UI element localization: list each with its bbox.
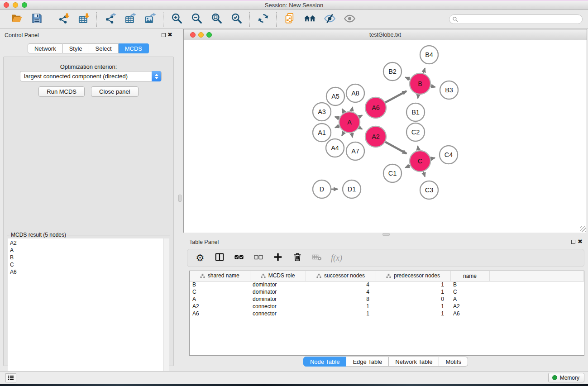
- float-panel-icon[interactable]: [162, 33, 166, 37]
- resize-grip-icon[interactable]: [580, 226, 586, 232]
- import-network-button[interactable]: [56, 12, 71, 27]
- tab-network-table[interactable]: Network Table: [389, 357, 439, 367]
- vertical-splitter-handle[interactable]: [178, 195, 182, 202]
- table-row[interactable]: A6connector11A6: [190, 310, 584, 317]
- node-D[interactable]: D: [313, 180, 331, 198]
- home-button[interactable]: [302, 12, 317, 27]
- zoom-in-button[interactable]: [169, 12, 184, 27]
- zoom-selected-button[interactable]: [229, 12, 244, 27]
- node-C[interactable]: C: [410, 151, 430, 172]
- node-C2[interactable]: C2: [406, 123, 425, 141]
- edge-A-A2[interactable]: [359, 128, 362, 129]
- mcds-result-item[interactable]: C: [10, 261, 163, 268]
- run-mcds-button[interactable]: Run MCDS: [38, 86, 85, 97]
- column-header-MCDS-role[interactable]: MCDS role: [250, 271, 306, 281]
- node-A2[interactable]: A2: [365, 126, 386, 147]
- edge-B-B1[interactable]: [418, 95, 418, 99]
- edge-B-B2[interactable]: [405, 77, 410, 80]
- node-A8[interactable]: A8: [346, 84, 364, 102]
- tab-motifs[interactable]: Motifs: [439, 357, 468, 367]
- node-C4[interactable]: C4: [440, 146, 458, 164]
- show-columns-button[interactable]: [213, 252, 226, 264]
- edge-C-C2[interactable]: [418, 146, 419, 151]
- deselect-all-button[interactable]: [252, 252, 265, 264]
- tab-network[interactable]: Network: [28, 43, 63, 53]
- node-A1[interactable]: A1: [313, 124, 331, 142]
- task-history-button[interactable]: [5, 373, 16, 382]
- float-table-panel-icon[interactable]: [571, 240, 575, 244]
- edge-A-A8[interactable]: [352, 107, 353, 111]
- column-header-name[interactable]: name: [450, 271, 489, 281]
- table-mode-button[interactable]: ⚙: [194, 252, 206, 264]
- node-A4[interactable]: A4: [326, 139, 344, 157]
- search-input[interactable]: [449, 14, 583, 24]
- close-table-panel-icon[interactable]: ✖: [578, 238, 583, 245]
- criterion-dropdown[interactable]: largest connected component (directed): [20, 71, 162, 81]
- mcds-result-list[interactable]: A2ABCA6: [8, 238, 163, 386]
- mcds-result-item[interactable]: A6: [10, 268, 163, 276]
- export-image-button[interactable]: [143, 12, 157, 27]
- edge-C-C4[interactable]: [430, 158, 435, 159]
- import-network-icon: [57, 12, 70, 26]
- mcds-result-scrollbar[interactable]: [163, 238, 169, 386]
- node-B3[interactable]: B3: [440, 81, 458, 99]
- export-table-button[interactable]: [123, 12, 137, 27]
- node-A[interactable]: A: [339, 112, 360, 133]
- node-A7[interactable]: A7: [346, 142, 364, 160]
- edge-A-A6[interactable]: [359, 115, 362, 117]
- edge-B-B4[interactable]: [423, 68, 425, 74]
- network-canvas[interactable]: B4B2BB3A8A5A6A3B1AA1C2A2A4A7C4CC1DD1C3: [184, 40, 587, 233]
- mcds-result-item[interactable]: A: [10, 247, 163, 254]
- close-panel-button[interactable]: Close panel: [91, 86, 139, 97]
- edge-A-A3[interactable]: [335, 117, 339, 119]
- edge-A2-C[interactable]: [385, 142, 406, 154]
- tab-mcds[interactable]: MCDS: [119, 43, 149, 53]
- column-header-successor-nodes[interactable]: successor nodes: [306, 271, 376, 281]
- node-C1[interactable]: C1: [383, 164, 402, 182]
- column-header-predecessor-nodes[interactable]: predecessor nodes: [376, 271, 450, 281]
- node-B4[interactable]: B4: [420, 46, 438, 64]
- node-B1[interactable]: B1: [406, 103, 425, 121]
- close-panel-icon[interactable]: ✖: [167, 31, 172, 38]
- open-file-button[interactable]: [10, 12, 24, 27]
- network-from-selection-button[interactable]: [282, 12, 297, 27]
- node-A3[interactable]: A3: [313, 103, 331, 121]
- zoom-out-button[interactable]: [189, 12, 204, 27]
- memory-button[interactable]: Memory: [548, 373, 584, 382]
- tab-style[interactable]: Style: [63, 43, 89, 53]
- edge-A6-B[interactable]: [385, 91, 406, 102]
- zoom-fit-button[interactable]: [209, 12, 224, 27]
- edge-C-C3[interactable]: [423, 172, 425, 177]
- table-row[interactable]: Adominator80A: [190, 295, 584, 303]
- edge-A-A5[interactable]: [342, 109, 344, 113]
- table-row[interactable]: A2connector11A2: [190, 303, 584, 310]
- select-all-button[interactable]: [233, 252, 245, 264]
- node-B[interactable]: B: [410, 73, 430, 94]
- node-D1[interactable]: D1: [343, 180, 361, 198]
- tab-node-table[interactable]: Node Table: [303, 357, 347, 367]
- column-header-shared-name[interactable]: shared name: [190, 271, 250, 281]
- save-session-button[interactable]: [29, 12, 44, 27]
- node-B2[interactable]: B2: [383, 62, 402, 81]
- export-network-button[interactable]: [103, 12, 117, 27]
- mcds-result-item[interactable]: A2: [10, 239, 163, 247]
- edge-B-B3[interactable]: [430, 86, 435, 87]
- edge-A-A4[interactable]: [342, 132, 344, 136]
- show-graphics-details-button[interactable]: [342, 12, 357, 27]
- table-row[interactable]: Bdominator41B: [190, 281, 584, 288]
- edge-A-A1[interactable]: [335, 126, 339, 128]
- add-column-button[interactable]: [272, 252, 284, 264]
- tab-select[interactable]: Select: [89, 43, 119, 53]
- edge-C-C1[interactable]: [405, 166, 410, 168]
- edge-A-A7[interactable]: [352, 133, 353, 138]
- mcds-result-item[interactable]: B: [10, 254, 163, 261]
- import-table-button[interactable]: [76, 12, 91, 27]
- refresh-layout-button[interactable]: [256, 12, 270, 27]
- node-C3[interactable]: C3: [420, 181, 438, 199]
- node-A5[interactable]: A5: [326, 87, 344, 105]
- hide-graphics-details-button[interactable]: [322, 12, 337, 27]
- tab-edge-table[interactable]: Edge Table: [346, 357, 389, 367]
- table-row[interactable]: Cdominator41C: [190, 288, 584, 295]
- node-A6[interactable]: A6: [365, 97, 386, 118]
- delete-column-button[interactable]: [291, 252, 304, 264]
